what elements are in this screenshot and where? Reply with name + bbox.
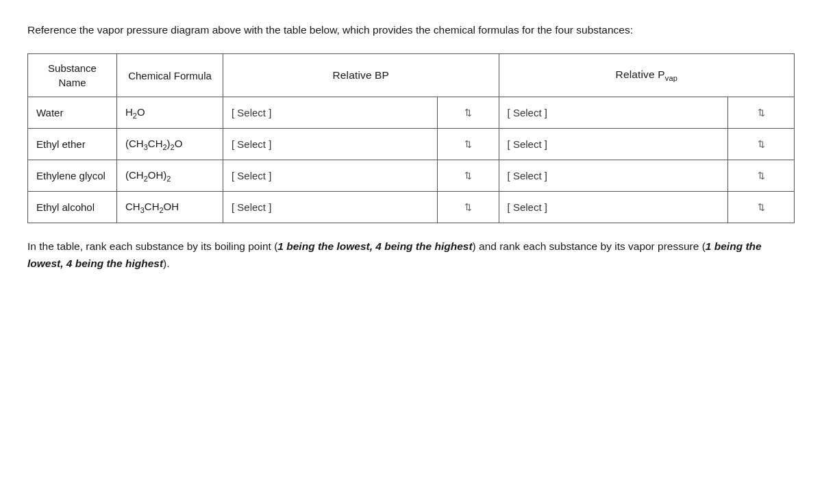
- formula-cell: CH3CH2OH: [117, 192, 223, 223]
- substance-name-cell: Ethyl ether: [28, 129, 117, 160]
- pvap-select-cell[interactable]: [ Select ][ Select ]1234: [499, 160, 728, 192]
- pvap-select-cell[interactable]: [ Select ][ Select ]1234: [499, 97, 728, 129]
- bp-select-cell[interactable]: [ Select ][ Select ]1234: [223, 192, 438, 223]
- bp-select-label: [ Select ]: [232, 107, 271, 118]
- substance-name-cell: Ethyl alcohol: [28, 192, 117, 223]
- header-relative-pvap: Relative Pvap: [499, 54, 794, 97]
- pvap-select-label: [ Select ]: [508, 107, 547, 118]
- bp-select-cell[interactable]: [ Select ][ Select ]1234: [223, 129, 438, 160]
- formula-cell: (CH2OH)2: [117, 160, 223, 192]
- pvap-label: Relative Pvap: [616, 68, 677, 80]
- bp-arrow-cell: ⇅: [437, 192, 499, 223]
- substance-name-cell: Ethylene glycol: [28, 160, 117, 192]
- formula-cell: (CH3CH2)2O: [117, 129, 223, 160]
- bp-select-label: [ Select ]: [232, 138, 271, 150]
- pvap-select-cell[interactable]: [ Select ][ Select ]1234: [499, 129, 728, 160]
- bp-select-cell[interactable]: [ Select ][ Select ]1234: [223, 160, 438, 192]
- outro-text: In the table, rank each substance by its…: [27, 238, 795, 273]
- bp-select-label: [ Select ]: [232, 201, 271, 213]
- bp-arrow-cell: ⇅: [437, 160, 499, 192]
- bp-arrow-cell: ⇅: [437, 129, 499, 160]
- header-relative-bp: Relative BP: [223, 54, 499, 97]
- pvap-arrow-cell: ⇅: [728, 97, 795, 129]
- bp-arrow-cell: ⇅: [437, 97, 499, 129]
- pvap-select-cell[interactable]: [ Select ][ Select ]1234: [499, 192, 728, 223]
- bp-select-label: [ Select ]: [232, 170, 271, 181]
- substances-table: Substance Name Chemical Formula Relative…: [27, 53, 795, 223]
- pvap-select-label: [ Select ]: [508, 170, 547, 181]
- pvap-select-label: [ Select ]: [508, 138, 547, 150]
- header-substance-name: Substance Name: [28, 54, 117, 97]
- formula-cell: H2O: [117, 97, 223, 129]
- header-chemical-formula: Chemical Formula: [117, 54, 223, 97]
- pvap-select-label: [ Select ]: [508, 201, 547, 213]
- bp-select-cell[interactable]: [ Select ][ Select ]1234: [223, 97, 438, 129]
- pvap-arrow-cell: ⇅: [728, 160, 795, 192]
- pvap-arrow-cell: ⇅: [728, 192, 795, 223]
- pvap-arrow-cell: ⇅: [728, 129, 795, 160]
- substance-name-cell: Water: [28, 97, 117, 129]
- intro-text: Reference the vapor pressure diagram abo…: [27, 22, 795, 38]
